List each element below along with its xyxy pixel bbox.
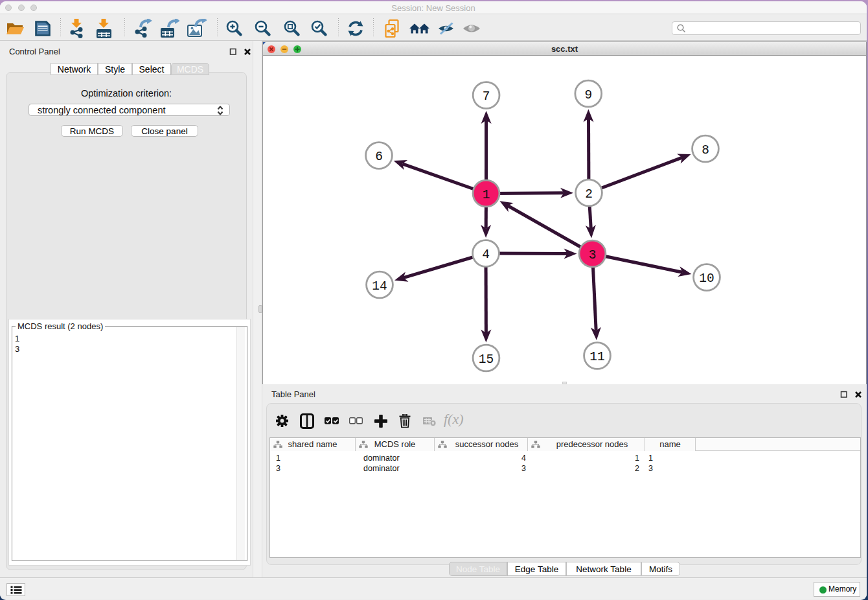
svg-text:6: 6	[375, 150, 383, 164]
svg-text:8: 8	[702, 143, 709, 157]
svg-text:11: 11	[589, 350, 604, 364]
svg-text:4: 4	[482, 248, 490, 262]
svg-text:15: 15	[479, 352, 494, 367]
svg-text:2: 2	[585, 187, 593, 202]
svg-text:10: 10	[699, 271, 714, 286]
svg-text:7: 7	[483, 89, 490, 104]
svg-text:1: 1	[483, 188, 490, 202]
svg-text:14: 14	[372, 279, 387, 294]
svg-text:9: 9	[584, 88, 592, 102]
svg-text:3: 3	[589, 248, 597, 262]
